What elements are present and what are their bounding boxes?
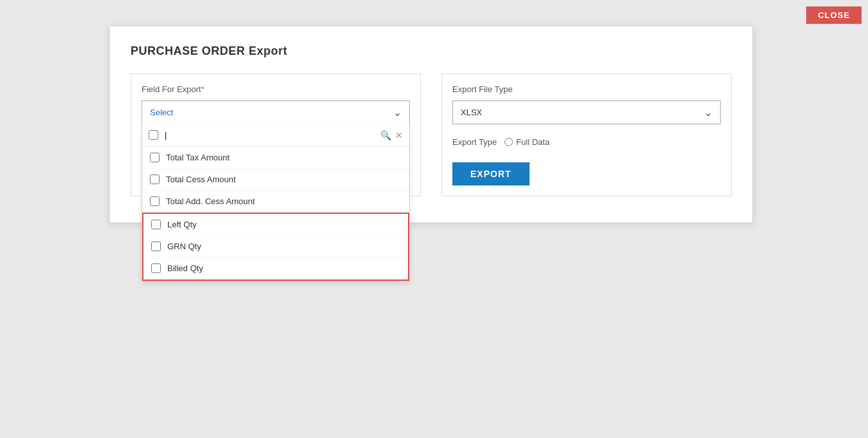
- item-label: Billed Qty: [167, 263, 203, 273]
- close-button[interactable]: CLOSE: [806, 6, 862, 24]
- item-label: Total Add. Cess Amount: [166, 196, 255, 206]
- search-icon[interactable]: 🔍: [380, 130, 391, 140]
- list-item[interactable]: Total Add. Cess Amount: [142, 191, 409, 213]
- search-input[interactable]: [162, 129, 376, 141]
- full-data-label: Full Data: [516, 137, 549, 147]
- item-label: GRN Qty: [167, 242, 201, 251]
- export-type-label: Export Type: [452, 137, 497, 147]
- list-item[interactable]: Total Tax Amount: [142, 147, 409, 169]
- file-type-value: XLSX: [461, 108, 482, 117]
- list-item[interactable]: Left Qty: [143, 214, 408, 236]
- clear-icon[interactable]: ✕: [395, 130, 403, 140]
- item-checkbox[interactable]: [150, 153, 160, 162]
- dropdown-container: 🔍 ✕ Total Tax Amount Total Cess Amount: [142, 124, 410, 281]
- chevron-down-icon: ⌄: [393, 106, 402, 119]
- export-file-type-label: Export File Type: [452, 84, 721, 94]
- modal: PURCHASE ORDER Export Field For Export* …: [109, 26, 753, 223]
- search-row: 🔍 ✕: [142, 124, 409, 147]
- modal-title: PURCHASE ORDER Export: [131, 44, 732, 58]
- modal-body: Field For Export* Select ⌄ 🔍 ✕: [131, 73, 732, 196]
- full-data-option[interactable]: Full Data: [504, 137, 549, 147]
- select-label: Select: [150, 108, 173, 117]
- item-checkbox[interactable]: [150, 175, 160, 184]
- item-label: Total Cess Amount: [166, 175, 235, 184]
- right-panel: Export File Type XLSX ⌄ Export Type Full…: [441, 73, 732, 196]
- chevron-down-icon: ⌄: [704, 106, 712, 119]
- left-panel: Field For Export* Select ⌄ 🔍 ✕: [131, 73, 421, 196]
- field-label: Field For Export*: [142, 84, 410, 94]
- item-label: Total Tax Amount: [166, 153, 230, 162]
- list-item[interactable]: Billed Qty: [143, 258, 408, 280]
- list-item[interactable]: GRN Qty: [143, 236, 408, 258]
- highlighted-items-section: Left Qty GRN Qty Billed Qty: [142, 213, 409, 281]
- item-checkbox[interactable]: [151, 263, 161, 273]
- export-type-section: Export Type Full Data: [452, 137, 721, 147]
- item-checkbox[interactable]: [151, 242, 161, 251]
- file-type-select[interactable]: XLSX ⌄: [452, 100, 721, 124]
- item-checkbox[interactable]: [151, 220, 161, 229]
- item-checkbox[interactable]: [150, 196, 160, 206]
- export-button[interactable]: EXPORT: [452, 162, 530, 186]
- select-dropdown[interactable]: Select ⌄ 🔍 ✕ Total Tax Amount: [142, 100, 410, 124]
- item-label: Left Qty: [167, 220, 197, 229]
- select-all-checkbox[interactable]: [149, 130, 158, 140]
- full-data-radio[interactable]: [504, 138, 513, 146]
- list-item[interactable]: Total Cess Amount: [142, 169, 409, 191]
